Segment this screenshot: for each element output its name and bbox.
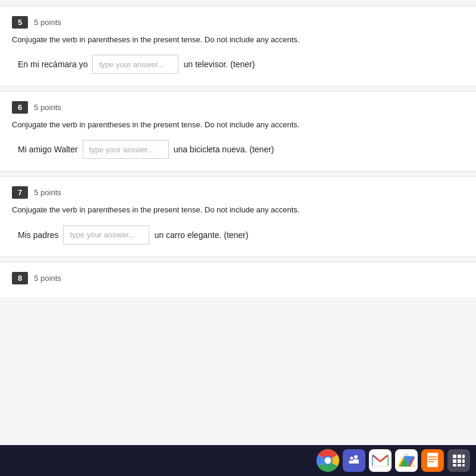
question-5-sentence: En mi recámara yo un televisor. (tener) (12, 55, 464, 74)
question-5-instruction: Conjugate the verb in parentheses in the… (12, 35, 464, 45)
svg-rect-15 (458, 455, 461, 458)
svg-point-3 (354, 455, 358, 459)
svg-rect-17 (453, 459, 456, 463)
question-5-points: 5 points (34, 18, 61, 27)
svg-rect-14 (453, 455, 456, 458)
question-8-header: 8 5 points (12, 272, 464, 284)
question-6-block: 6 5 points Conjugate the verb in parenth… (0, 91, 476, 171)
gmail-icon[interactable] (369, 449, 392, 472)
apps-icon[interactable] (447, 449, 470, 472)
svg-rect-12 (428, 459, 437, 460)
svg-rect-10 (427, 453, 438, 467)
docs-icon[interactable] (421, 449, 444, 472)
question-7-instruction: Conjugate the verb in parentheses in the… (12, 205, 464, 215)
question-7-input[interactable] (63, 226, 149, 245)
question-5-number: 5 (12, 16, 28, 29)
question-5-input[interactable] (92, 55, 178, 74)
question-6-number: 6 (12, 101, 28, 114)
question-7-after-text: un carro elegante. (tener) (154, 230, 248, 240)
question-6-input[interactable] (83, 140, 169, 159)
question-7-number: 7 (12, 186, 28, 199)
question-7-block: 7 5 points Conjugate the verb in parenth… (0, 176, 476, 256)
svg-rect-19 (462, 459, 465, 463)
question-8-points: 5 points (34, 274, 61, 283)
question-6-after-text: una bicicleta nueva. (tener) (174, 145, 274, 154)
drive-icon[interactable] (395, 449, 418, 472)
svg-point-4 (350, 457, 353, 460)
question-5-before-text: En mi recámara yo (18, 60, 87, 69)
svg-rect-13 (428, 461, 434, 462)
svg-rect-16 (462, 455, 465, 458)
question-6-before-text: Mi amigo Walter (18, 145, 78, 154)
question-6-header: 6 5 points (12, 101, 464, 114)
question-8-block: 8 5 points (0, 262, 476, 298)
teams-icon[interactable] (343, 449, 365, 472)
svg-rect-21 (458, 464, 461, 466)
question-5-header: 5 5 points (12, 16, 464, 29)
question-7-header: 7 5 points (12, 186, 464, 199)
question-6-points: 5 points (34, 103, 61, 112)
svg-point-2 (325, 458, 331, 464)
question-7-points: 5 points (34, 188, 61, 197)
question-6-sentence: Mi amigo Walter una bicicleta nueva. (te… (12, 140, 464, 159)
taskbar (0, 445, 476, 476)
question-8-number: 8 (12, 272, 28, 284)
question-7-sentence: Mis padres un carro elegante. (tener) (12, 226, 464, 245)
svg-rect-20 (453, 464, 456, 466)
main-content: 5 5 points Conjugate the verb in parenth… (0, 0, 476, 445)
svg-rect-18 (458, 459, 461, 463)
question-6-instruction: Conjugate the verb in parentheses in the… (12, 120, 464, 130)
svg-rect-22 (462, 464, 465, 466)
svg-rect-11 (428, 456, 437, 458)
question-7-before-text: Mis padres (18, 230, 58, 240)
question-5-after-text: un televisor. (tener) (183, 60, 255, 69)
question-5-block: 5 5 points Conjugate the verb in parenth… (0, 6, 476, 86)
chrome-icon[interactable] (317, 449, 339, 472)
